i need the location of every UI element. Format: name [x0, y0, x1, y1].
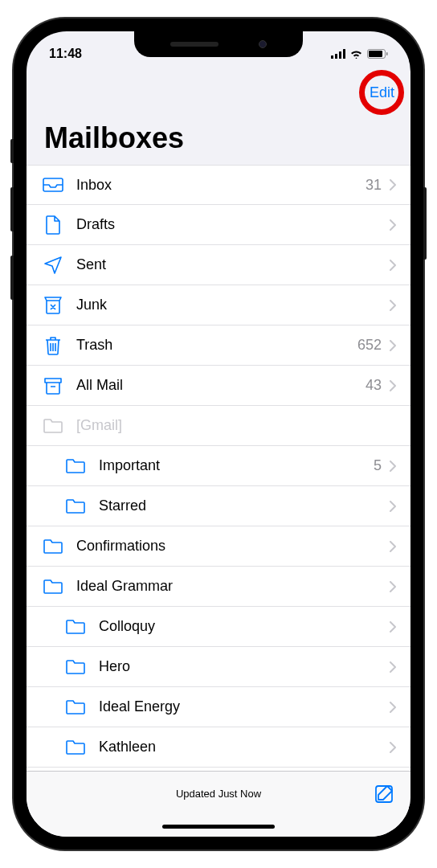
- mute-switch: [10, 139, 14, 163]
- mailbox-item-inbox[interactable]: Inbox31: [27, 165, 410, 205]
- mailbox-label: Starred: [99, 497, 390, 514]
- speaker: [170, 42, 218, 47]
- folder-icon: [41, 538, 65, 555]
- mailbox-label: All Mail: [76, 377, 366, 394]
- bottom-toolbar: Updated Just Now: [27, 771, 410, 816]
- svg-rect-3: [343, 49, 345, 59]
- status-time: 11:48: [49, 47, 82, 61]
- mailbox-label: Ideal Grammar: [76, 578, 390, 595]
- chevron-right-icon: [390, 380, 396, 391]
- mailbox-item-ideal-energy[interactable]: Ideal Energy: [27, 687, 410, 727]
- svg-rect-6: [386, 52, 388, 55]
- mailbox-item-colloquy[interactable]: Colloquy: [27, 607, 410, 647]
- mailbox-item-trash[interactable]: Trash652: [27, 326, 410, 366]
- screen: 11:48 Edit Mailboxes Inbox31DraftsSentJu…: [27, 31, 410, 837]
- inbox-icon: [41, 177, 65, 193]
- volume-up-button: [10, 187, 14, 231]
- mailbox-label: Ideal Energy: [99, 698, 390, 715]
- mailbox-item-ideal-grammar[interactable]: Ideal Grammar: [27, 567, 410, 607]
- svg-rect-2: [339, 51, 341, 59]
- mailbox-item-junk[interactable]: Junk: [27, 285, 410, 326]
- phone-frame: 11:48 Edit Mailboxes Inbox31DraftsSentJu…: [14, 18, 423, 850]
- chevron-right-icon: [390, 702, 396, 713]
- chevron-right-icon: [390, 581, 396, 592]
- folder-gray-icon: [41, 418, 65, 434]
- chevron-right-icon: [390, 661, 396, 673]
- mailbox-label: Important: [99, 457, 374, 474]
- chevron-right-icon: [390, 621, 396, 633]
- chevron-right-icon: [390, 300, 396, 311]
- folder-icon: [63, 498, 88, 514]
- front-camera: [259, 40, 267, 48]
- mailbox-item-important[interactable]: Important5: [27, 446, 410, 486]
- mailbox-item-hero[interactable]: Hero: [27, 647, 410, 687]
- mailbox-item-kathleen[interactable]: Kathleen: [27, 727, 410, 768]
- mailbox-list[interactable]: Inbox31DraftsSentJunkTrash652All Mail43[…: [27, 165, 410, 771]
- mailbox-label: Inbox: [76, 177, 366, 194]
- nav-bar: Edit: [27, 70, 410, 115]
- drafts-icon: [41, 215, 65, 235]
- page-title: Mailboxes: [27, 115, 410, 165]
- trash-icon: [41, 336, 65, 355]
- power-button: [423, 187, 427, 260]
- chevron-right-icon: [390, 340, 396, 351]
- sent-icon: [41, 256, 65, 275]
- edit-button[interactable]: Edit: [370, 84, 394, 101]
- notch: [134, 31, 303, 57]
- mailbox-label: Colloquy: [99, 618, 390, 635]
- mailbox-label: Hero: [99, 658, 390, 675]
- chevron-right-icon: [390, 742, 396, 753]
- mailbox-item--gmail-: [Gmail]: [27, 406, 410, 446]
- mailbox-label: Kathleen: [99, 739, 390, 755]
- wifi-icon: [349, 49, 363, 59]
- folder-icon: [63, 659, 88, 675]
- mailbox-count: 5: [374, 457, 382, 474]
- chevron-right-icon: [390, 260, 396, 271]
- home-indicator[interactable]: [162, 825, 275, 829]
- chevron-right-icon: [390, 219, 396, 231]
- mailbox-item-drafts[interactable]: Drafts: [27, 205, 410, 245]
- mailbox-label: Trash: [76, 337, 357, 354]
- mailbox-item-sent[interactable]: Sent: [27, 245, 410, 285]
- folder-icon: [63, 699, 88, 715]
- folder-icon: [63, 739, 88, 755]
- mailbox-count: 652: [357, 337, 382, 354]
- mailbox-label: [Gmail]: [76, 417, 396, 434]
- svg-rect-0: [331, 55, 333, 59]
- mailbox-item-all-mail[interactable]: All Mail43: [27, 366, 410, 406]
- archive-icon: [41, 377, 65, 395]
- folder-icon: [41, 579, 65, 595]
- volume-down-button: [10, 256, 14, 300]
- mailbox-label: Sent: [76, 256, 390, 273]
- chevron-right-icon: [390, 541, 396, 552]
- folder-icon: [63, 458, 88, 474]
- svg-rect-1: [335, 54, 337, 59]
- chevron-right-icon: [390, 179, 396, 190]
- chevron-right-icon: [390, 461, 396, 472]
- battery-icon: [367, 49, 388, 59]
- cellular-icon: [331, 49, 345, 59]
- svg-rect-5: [369, 51, 382, 57]
- mailbox-label: Drafts: [76, 216, 390, 233]
- chevron-right-icon: [390, 501, 396, 512]
- mailbox-label: Junk: [76, 297, 390, 313]
- mailbox-item-confirmations[interactable]: Confirmations: [27, 526, 410, 567]
- folder-icon: [63, 619, 88, 635]
- update-status: Updated Just Now: [176, 788, 261, 800]
- mailbox-item-starred[interactable]: Starred: [27, 486, 410, 526]
- mailbox-label: Confirmations: [76, 538, 390, 555]
- junk-icon: [41, 297, 65, 314]
- mailbox-count: 43: [366, 377, 382, 394]
- mailbox-count: 31: [366, 177, 382, 194]
- compose-button[interactable]: [374, 784, 394, 805]
